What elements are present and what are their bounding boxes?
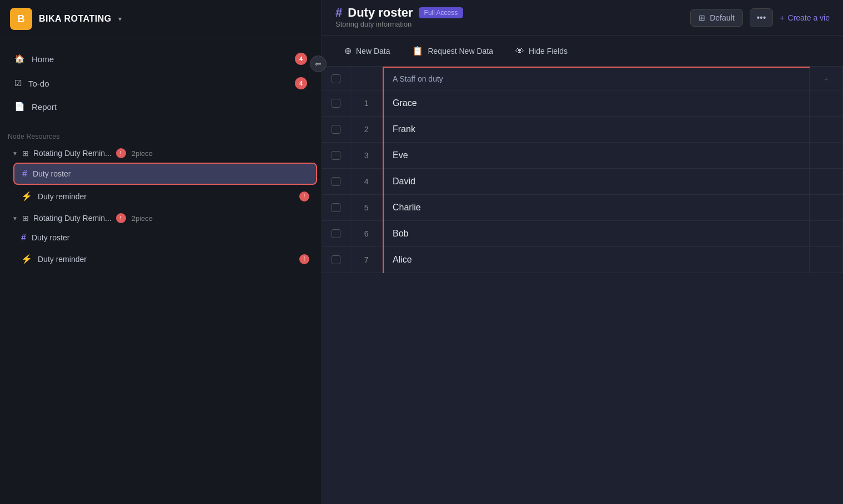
request-label: Request New Data	[428, 47, 493, 56]
hide-fields-button[interactable]: 👁 Hide Fields	[506, 42, 576, 61]
add-column-button[interactable]: +	[810, 67, 843, 90]
row-checkbox-cell[interactable]	[322, 221, 350, 247]
create-view-button[interactable]: + Create a vie	[780, 13, 830, 22]
toolbar: ⊕ New Data 📋 Request New Data 👁 Hide Fie…	[322, 36, 843, 67]
row-checkbox[interactable]	[332, 255, 340, 264]
sidebar-toggle-button[interactable]: ⇐	[310, 56, 327, 72]
tree-group-header-1[interactable]: ▼ ⊞ Rotating Duty Remin... ! 2piece	[4, 144, 317, 163]
extra-col-cell	[810, 169, 843, 195]
table-row: 2 Frank	[322, 117, 843, 143]
extra-col-cell	[810, 117, 843, 143]
sidebar-item-duty-reminder-1[interactable]: ⚡ Duty reminder !	[13, 186, 317, 206]
tree-items-2: # Duty roster ⚡ Duty reminder !	[4, 228, 317, 269]
row-checkbox[interactable]	[332, 229, 340, 238]
sidebar-item-report[interactable]: 📄 Report	[7, 96, 315, 117]
group-label-2: Rotating Duty Remin...	[33, 214, 112, 223]
chevron-down-icon[interactable]: ▾	[118, 15, 122, 23]
staff-on-duty-header: A Staff on duty	[383, 67, 810, 90]
lightning-icon: ⚡	[21, 191, 32, 201]
hide-label: Hide Fields	[529, 47, 568, 56]
more-options-button[interactable]: •••	[750, 8, 774, 27]
extra-col-cell	[810, 195, 843, 221]
sidebar-item-duty-reminder-2[interactable]: ⚡ Duty reminder !	[13, 249, 317, 269]
staff-name-cell[interactable]: Grace	[383, 90, 810, 117]
hash-icon: #	[21, 233, 26, 243]
tree-section: ▼ ⊞ Rotating Duty Remin... ! 2piece # Du…	[0, 144, 322, 271]
sidebar-item-label: Home	[32, 54, 54, 64]
sidebar-item-label: Report	[32, 102, 57, 112]
row-checkbox-cell[interactable]	[322, 195, 350, 221]
row-checkbox[interactable]	[332, 177, 340, 186]
sidebar-item-home[interactable]: 🏠 Home 4	[7, 47, 315, 70]
table-row: 5 Charlie	[322, 195, 843, 221]
home-icon: 🏠	[14, 54, 25, 64]
group-label-1: Rotating Duty Remin...	[33, 149, 112, 158]
staff-name-cell[interactable]: Charlie	[383, 195, 810, 221]
table-row: 7 Alice	[322, 247, 843, 273]
page-title-row: # Duty roster Full Access	[335, 6, 463, 20]
select-all-checkbox[interactable]	[332, 74, 340, 83]
new-data-label: New Data	[356, 47, 390, 56]
create-view-label: Create a vie	[788, 13, 830, 22]
staff-name-cell[interactable]: Bob	[383, 221, 810, 247]
new-data-icon: ⊕	[344, 46, 352, 56]
table-row: 4 David	[322, 169, 843, 195]
sidebar-nav: 🏠 Home 4 ☑ To-do 4 📄 Report	[0, 38, 322, 126]
piece-count-1: 2piece	[132, 149, 153, 158]
topbar: # Duty roster Full Access Storing duty i…	[322, 0, 843, 36]
table-row: 6 Bob	[322, 221, 843, 247]
extra-col-cell	[810, 90, 843, 117]
request-icon: 📋	[412, 46, 423, 56]
extra-col-cell	[810, 143, 843, 169]
extra-col-cell	[810, 221, 843, 247]
row-number: 7	[350, 247, 383, 273]
row-number: 5	[350, 195, 383, 221]
sidebar-item-duty-roster-2[interactable]: # Duty roster	[13, 228, 317, 248]
app-logo: B	[10, 8, 32, 30]
default-view-button[interactable]: ⊞ Default	[690, 9, 742, 27]
text-field-icon: A	[393, 74, 398, 83]
warning-badge: !	[299, 191, 309, 201]
data-table: A Staff on duty + 1 Grace 2	[322, 67, 843, 273]
sidebar-item-todo[interactable]: ☑ To-do 4	[7, 72, 315, 95]
row-number: 6	[350, 221, 383, 247]
table-row: 1 Grace	[322, 90, 843, 117]
staff-name-cell[interactable]: David	[383, 169, 810, 195]
staff-name-cell[interactable]: Alice	[383, 247, 810, 273]
section-label: Node Resources	[0, 126, 322, 144]
staff-name-cell[interactable]: Frank	[383, 117, 810, 143]
row-checkbox[interactable]	[332, 125, 340, 134]
new-data-button[interactable]: ⊕ New Data	[335, 41, 399, 61]
row-checkbox-cell[interactable]	[322, 117, 350, 143]
tree-item-label: Duty roster	[33, 169, 71, 178]
access-badge: Full Access	[419, 7, 464, 18]
staff-name-cell[interactable]: Eve	[383, 143, 810, 169]
row-checkbox[interactable]	[332, 99, 340, 108]
warning-badge: !	[299, 254, 309, 264]
view-grid-icon: ⊞	[699, 13, 705, 22]
row-checkbox[interactable]	[332, 203, 340, 212]
row-checkbox-cell[interactable]	[322, 169, 350, 195]
row-checkbox-cell[interactable]	[322, 143, 350, 169]
home-badge: 4	[295, 53, 307, 65]
row-number: 1	[350, 90, 383, 117]
row-number: 4	[350, 169, 383, 195]
table-row: 3 Eve	[322, 143, 843, 169]
grid-icon: ⊞	[22, 214, 29, 223]
checkbox-header[interactable]	[322, 67, 350, 90]
plus-icon: +	[780, 13, 784, 22]
row-checkbox[interactable]	[332, 151, 340, 160]
collapse-arrow-icon: ▼	[12, 215, 18, 221]
tree-item-label: Duty reminder	[38, 192, 87, 201]
row-checkbox-cell[interactable]	[322, 90, 350, 117]
piece-count-2: 2piece	[132, 214, 153, 223]
row-checkbox-cell[interactable]	[322, 247, 350, 273]
view-label: Default	[710, 13, 734, 22]
tree-group-header-2[interactable]: ▼ ⊞ Rotating Duty Remin... ! 2piece	[4, 209, 317, 228]
sidebar-item-duty-roster-1[interactable]: # Duty roster	[13, 163, 317, 185]
row-number: 3	[350, 143, 383, 169]
staff-column-label: Staff on duty	[399, 74, 443, 83]
tree-group-1: ▼ ⊞ Rotating Duty Remin... ! 2piece # Du…	[4, 144, 317, 206]
request-new-data-button[interactable]: 📋 Request New Data	[403, 41, 502, 61]
title-block: # Duty roster Full Access Storing duty i…	[335, 6, 463, 29]
